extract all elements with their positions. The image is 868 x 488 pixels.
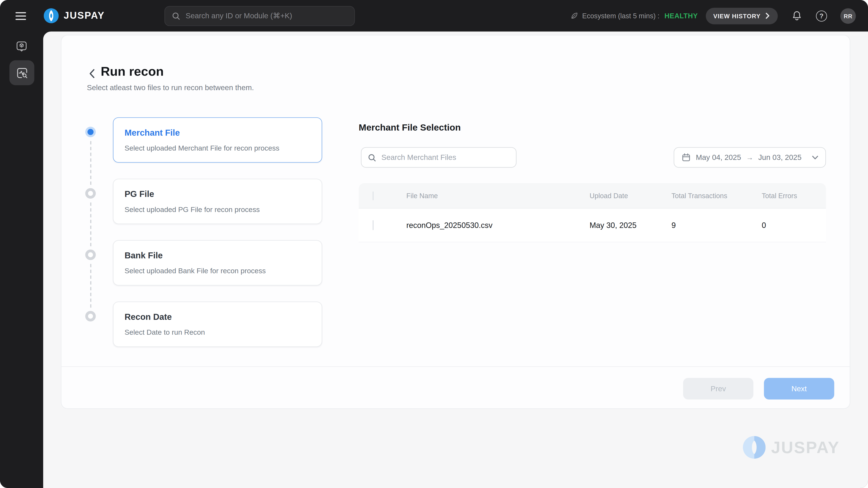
step-title: PG File xyxy=(124,189,310,199)
table-row[interactable]: reconOps_20250530.csv May 30, 2025 9 0 xyxy=(359,208,826,242)
topbar: JUSPAY Ecosystem (last 5 mins) : HEALTHY xyxy=(0,0,868,31)
page-subtitle: Select atleast two files to run recon be… xyxy=(87,84,254,92)
step-connector xyxy=(90,141,91,185)
merchant-files-table: File Name Upload Date Total Transactions… xyxy=(359,183,826,242)
step-description: Select Date to run Recon xyxy=(124,328,310,336)
juspay-watermark-icon xyxy=(743,436,766,459)
ecosystem-label: Ecosystem (last 5 mins) : xyxy=(582,12,659,20)
help-button[interactable]: ? xyxy=(816,10,827,21)
hamburger-menu-icon[interactable] xyxy=(16,12,26,20)
step-radio-recon-date[interactable] xyxy=(85,311,96,321)
bell-icon xyxy=(791,10,803,22)
cube-chat-bubble-icon xyxy=(16,40,28,53)
global-search[interactable] xyxy=(165,6,355,26)
leaf-icon xyxy=(570,12,578,20)
merchant-file-search[interactable] xyxy=(361,147,517,168)
search-icon xyxy=(368,153,377,162)
global-search-input[interactable] xyxy=(186,12,348,20)
step-description: Select uploaded PG File for recon proces… xyxy=(124,205,310,214)
total-transactions-cell: 9 xyxy=(672,221,676,230)
step-connector xyxy=(90,264,91,308)
main-content: Run recon Select atleast two files to ru… xyxy=(43,31,868,488)
topbar-right: Ecosystem (last 5 mins) : HEALTHY VIEW H… xyxy=(570,7,856,24)
date-range-arrow: → xyxy=(746,153,753,162)
total-errors-cell: 0 xyxy=(762,221,766,230)
table-header-row: File Name Upload Date Total Transactions… xyxy=(359,183,826,208)
card-footer-divider xyxy=(61,366,850,367)
ecosystem-status: Ecosystem (last 5 mins) : HEALTHY xyxy=(570,12,698,20)
step-title: Recon Date xyxy=(124,312,310,322)
viewport: JUSPAY Ecosystem (last 5 mins) : HEALTHY xyxy=(0,0,868,488)
prev-button[interactable]: Prev xyxy=(683,378,753,399)
sidebar-item-modules[interactable] xyxy=(0,40,43,53)
app-window: JUSPAY Ecosystem (last 5 mins) : HEALTHY xyxy=(0,0,868,488)
step-card-recon-date[interactable]: Recon Date Select Date to run Recon xyxy=(113,301,322,347)
run-recon-card: Run recon Select atleast two files to ru… xyxy=(61,35,850,409)
ecosystem-status-badge: HEALTHY xyxy=(664,12,698,20)
search-icon xyxy=(172,11,181,20)
pulse-search-icon xyxy=(16,67,28,79)
merchant-file-selection-heading: Merchant File Selection xyxy=(359,122,461,133)
juspay-watermark: JUSPAY xyxy=(743,436,840,459)
chevron-left-icon xyxy=(88,68,96,78)
step-title: Bank File xyxy=(124,251,310,261)
upload-date-cell: May 30, 2025 xyxy=(590,221,637,230)
page-title: Run recon xyxy=(101,64,164,79)
column-file-name: File Name xyxy=(406,192,438,199)
row-checkbox[interactable] xyxy=(373,220,374,230)
chevron-right-icon xyxy=(765,13,770,19)
step-card-merchant-file[interactable]: Merchant File Select uploaded Merchant F… xyxy=(113,118,322,163)
chevron-down-icon xyxy=(812,155,818,160)
view-history-button[interactable]: VIEW HISTORY xyxy=(706,7,778,24)
view-history-label: VIEW HISTORY xyxy=(713,12,761,19)
next-button[interactable]: Next xyxy=(764,378,834,399)
notifications-button[interactable] xyxy=(791,10,803,22)
brand-wordmark: JUSPAY xyxy=(64,10,105,22)
user-avatar[interactable]: RR xyxy=(840,8,856,24)
brand-logo[interactable]: JUSPAY xyxy=(44,8,105,23)
file-name-cell: reconOps_20250530.csv xyxy=(406,221,493,230)
juspay-logo-icon xyxy=(44,8,59,23)
column-total-errors: Total Errors xyxy=(762,192,797,199)
step-title: Merchant File xyxy=(124,128,310,138)
column-upload-date: Upload Date xyxy=(590,192,628,199)
select-all-checkbox[interactable] xyxy=(373,191,374,200)
column-total-transactions: Total Transactions xyxy=(672,192,727,199)
step-connector xyxy=(90,202,91,246)
date-range-picker[interactable]: May 04, 2025 → Jun 03, 2025 xyxy=(674,147,826,168)
question-icon: ? xyxy=(816,10,827,21)
step-radio-bank-file[interactable] xyxy=(85,250,96,260)
step-card-pg-file[interactable]: PG File Select uploaded PG File for reco… xyxy=(113,178,322,224)
step-description: Select uploaded Bank File for recon proc… xyxy=(124,267,310,275)
sidebar xyxy=(0,31,43,488)
back-button[interactable] xyxy=(86,67,98,80)
date-range-start: May 04, 2025 xyxy=(696,153,741,162)
calendar-icon xyxy=(681,153,691,162)
sidebar-item-recon-active[interactable] xyxy=(9,60,34,85)
step-radio-pg-file[interactable] xyxy=(85,188,96,199)
step-card-bank-file[interactable]: Bank File Select uploaded Bank File for … xyxy=(113,240,322,285)
juspay-watermark-text: JUSPAY xyxy=(771,438,840,457)
step-radio-merchant-file[interactable] xyxy=(85,127,96,137)
merchant-file-search-input[interactable] xyxy=(381,153,510,162)
date-range-end: Jun 03, 2025 xyxy=(758,153,801,162)
step-description: Select uploaded Merchant File for recon … xyxy=(124,144,310,152)
